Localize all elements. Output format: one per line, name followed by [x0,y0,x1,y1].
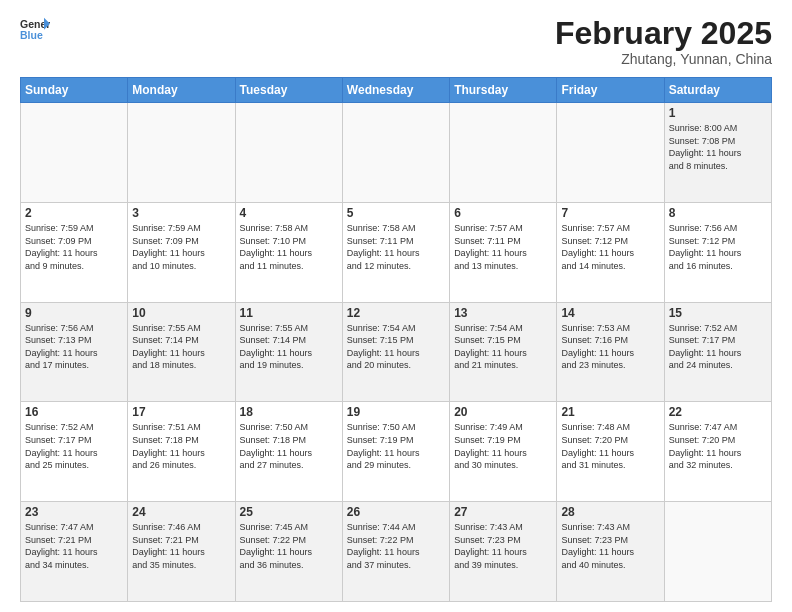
day-number: 15 [669,306,767,320]
header-friday: Friday [557,78,664,103]
table-row: 17Sunrise: 7:51 AM Sunset: 7:18 PM Dayli… [128,402,235,502]
day-number: 7 [561,206,659,220]
header-sunday: Sunday [21,78,128,103]
table-row: 11Sunrise: 7:55 AM Sunset: 7:14 PM Dayli… [235,302,342,402]
day-info: Sunrise: 7:46 AM Sunset: 7:21 PM Dayligh… [132,521,230,571]
table-row: 24Sunrise: 7:46 AM Sunset: 7:21 PM Dayli… [128,502,235,602]
day-info: Sunrise: 7:43 AM Sunset: 7:23 PM Dayligh… [454,521,552,571]
day-number: 8 [669,206,767,220]
page: General Blue February 2025 Zhutang, Yunn… [0,0,792,612]
day-info: Sunrise: 7:50 AM Sunset: 7:19 PM Dayligh… [347,421,445,471]
day-info: Sunrise: 7:54 AM Sunset: 7:15 PM Dayligh… [347,322,445,372]
table-row: 9Sunrise: 7:56 AM Sunset: 7:13 PM Daylig… [21,302,128,402]
table-row [664,502,771,602]
day-number: 25 [240,505,338,519]
day-number: 28 [561,505,659,519]
table-row: 28Sunrise: 7:43 AM Sunset: 7:23 PM Dayli… [557,502,664,602]
table-row: 8Sunrise: 7:56 AM Sunset: 7:12 PM Daylig… [664,202,771,302]
day-info: Sunrise: 7:51 AM Sunset: 7:18 PM Dayligh… [132,421,230,471]
day-number: 16 [25,405,123,419]
day-number: 23 [25,505,123,519]
day-number: 14 [561,306,659,320]
day-number: 20 [454,405,552,419]
day-info: Sunrise: 7:56 AM Sunset: 7:13 PM Dayligh… [25,322,123,372]
table-row [557,103,664,203]
table-row: 21Sunrise: 7:48 AM Sunset: 7:20 PM Dayli… [557,402,664,502]
day-info: Sunrise: 7:52 AM Sunset: 7:17 PM Dayligh… [669,322,767,372]
header-saturday: Saturday [664,78,771,103]
table-row [342,103,449,203]
table-row: 14Sunrise: 7:53 AM Sunset: 7:16 PM Dayli… [557,302,664,402]
table-row [235,103,342,203]
table-row: 5Sunrise: 7:58 AM Sunset: 7:11 PM Daylig… [342,202,449,302]
day-number: 24 [132,505,230,519]
table-row: 25Sunrise: 7:45 AM Sunset: 7:22 PM Dayli… [235,502,342,602]
table-row: 2Sunrise: 7:59 AM Sunset: 7:09 PM Daylig… [21,202,128,302]
day-number: 18 [240,405,338,419]
calendar-week-row: 1Sunrise: 8:00 AM Sunset: 7:08 PM Daylig… [21,103,772,203]
table-row: 13Sunrise: 7:54 AM Sunset: 7:15 PM Dayli… [450,302,557,402]
table-row: 22Sunrise: 7:47 AM Sunset: 7:20 PM Dayli… [664,402,771,502]
day-info: Sunrise: 7:47 AM Sunset: 7:21 PM Dayligh… [25,521,123,571]
logo-icon: General Blue [20,16,50,42]
day-number: 9 [25,306,123,320]
weekday-header-row: Sunday Monday Tuesday Wednesday Thursday… [21,78,772,103]
day-number: 27 [454,505,552,519]
day-info: Sunrise: 7:59 AM Sunset: 7:09 PM Dayligh… [25,222,123,272]
day-number: 10 [132,306,230,320]
table-row: 4Sunrise: 7:58 AM Sunset: 7:10 PM Daylig… [235,202,342,302]
day-info: Sunrise: 7:58 AM Sunset: 7:11 PM Dayligh… [347,222,445,272]
table-row: 1Sunrise: 8:00 AM Sunset: 7:08 PM Daylig… [664,103,771,203]
day-number: 11 [240,306,338,320]
day-number: 26 [347,505,445,519]
svg-text:Blue: Blue [20,29,43,41]
table-row: 7Sunrise: 7:57 AM Sunset: 7:12 PM Daylig… [557,202,664,302]
day-info: Sunrise: 7:53 AM Sunset: 7:16 PM Dayligh… [561,322,659,372]
table-row: 15Sunrise: 7:52 AM Sunset: 7:17 PM Dayli… [664,302,771,402]
day-info: Sunrise: 7:52 AM Sunset: 7:17 PM Dayligh… [25,421,123,471]
day-number: 1 [669,106,767,120]
day-info: Sunrise: 7:48 AM Sunset: 7:20 PM Dayligh… [561,421,659,471]
day-number: 4 [240,206,338,220]
calendar-week-row: 9Sunrise: 7:56 AM Sunset: 7:13 PM Daylig… [21,302,772,402]
day-number: 17 [132,405,230,419]
table-row [21,103,128,203]
table-row: 19Sunrise: 7:50 AM Sunset: 7:19 PM Dayli… [342,402,449,502]
logo: General Blue [20,16,50,42]
day-info: Sunrise: 7:58 AM Sunset: 7:10 PM Dayligh… [240,222,338,272]
table-row [128,103,235,203]
location-subtitle: Zhutang, Yunnan, China [555,51,772,67]
day-number: 19 [347,405,445,419]
table-row: 18Sunrise: 7:50 AM Sunset: 7:18 PM Dayli… [235,402,342,502]
header-thursday: Thursday [450,78,557,103]
table-row: 12Sunrise: 7:54 AM Sunset: 7:15 PM Dayli… [342,302,449,402]
day-number: 5 [347,206,445,220]
table-row [450,103,557,203]
day-info: Sunrise: 7:43 AM Sunset: 7:23 PM Dayligh… [561,521,659,571]
header: General Blue February 2025 Zhutang, Yunn… [20,16,772,67]
day-number: 12 [347,306,445,320]
day-info: Sunrise: 7:59 AM Sunset: 7:09 PM Dayligh… [132,222,230,272]
day-info: Sunrise: 7:54 AM Sunset: 7:15 PM Dayligh… [454,322,552,372]
table-row: 10Sunrise: 7:55 AM Sunset: 7:14 PM Dayli… [128,302,235,402]
day-number: 2 [25,206,123,220]
calendar-week-row: 2Sunrise: 7:59 AM Sunset: 7:09 PM Daylig… [21,202,772,302]
table-row: 6Sunrise: 7:57 AM Sunset: 7:11 PM Daylig… [450,202,557,302]
calendar-table: Sunday Monday Tuesday Wednesday Thursday… [20,77,772,602]
day-info: Sunrise: 7:57 AM Sunset: 7:12 PM Dayligh… [561,222,659,272]
table-row: 27Sunrise: 7:43 AM Sunset: 7:23 PM Dayli… [450,502,557,602]
day-info: Sunrise: 7:47 AM Sunset: 7:20 PM Dayligh… [669,421,767,471]
table-row: 26Sunrise: 7:44 AM Sunset: 7:22 PM Dayli… [342,502,449,602]
day-number: 13 [454,306,552,320]
day-info: Sunrise: 7:49 AM Sunset: 7:19 PM Dayligh… [454,421,552,471]
day-info: Sunrise: 7:55 AM Sunset: 7:14 PM Dayligh… [132,322,230,372]
header-monday: Monday [128,78,235,103]
month-title: February 2025 [555,16,772,51]
header-tuesday: Tuesday [235,78,342,103]
title-block: February 2025 Zhutang, Yunnan, China [555,16,772,67]
calendar-week-row: 23Sunrise: 7:47 AM Sunset: 7:21 PM Dayli… [21,502,772,602]
day-info: Sunrise: 7:45 AM Sunset: 7:22 PM Dayligh… [240,521,338,571]
day-number: 6 [454,206,552,220]
day-info: Sunrise: 7:55 AM Sunset: 7:14 PM Dayligh… [240,322,338,372]
table-row: 20Sunrise: 7:49 AM Sunset: 7:19 PM Dayli… [450,402,557,502]
